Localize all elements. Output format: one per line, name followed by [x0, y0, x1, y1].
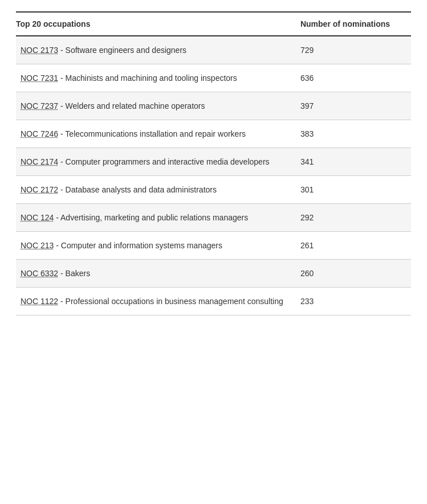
table-row: NOC 213 - Computer and information syste… — [16, 232, 411, 260]
table-row: NOC 124 - Advertising, marketing and pub… — [16, 204, 411, 232]
occupation-cell: NOC 6332 - Bakers — [16, 260, 300, 288]
nominations-cell: 383 — [300, 120, 411, 148]
col-occupation-header: Top 20 occupations — [16, 12, 300, 36]
nominations-cell: 292 — [300, 204, 411, 232]
nominations-cell: 260 — [300, 260, 411, 288]
table-container: Top 20 occupations Number of nominations… — [0, 0, 427, 327]
table-row: NOC 7246 - Telecommunications installati… — [16, 120, 411, 148]
nominations-cell: 301 — [300, 176, 411, 204]
table-row: NOC 6332 - Bakers260 — [16, 260, 411, 288]
noc-code-link[interactable]: NOC 1122 — [21, 297, 58, 306]
occupation-cell: NOC 124 - Advertising, marketing and pub… — [16, 204, 300, 232]
nominations-cell: 636 — [300, 64, 411, 92]
nominations-cell: 729 — [300, 36, 411, 64]
occupation-cell: NOC 7231 - Machinists and machining and … — [16, 64, 300, 92]
table-row: NOC 2172 - Database analysts and data ad… — [16, 176, 411, 204]
noc-code-link[interactable]: NOC 124 — [21, 213, 54, 222]
occupation-cell: NOC 7246 - Telecommunications installati… — [16, 120, 300, 148]
nominations-cell: 341 — [300, 148, 411, 176]
noc-code-link[interactable]: NOC 7237 — [21, 101, 58, 110]
noc-code-link[interactable]: NOC 7246 — [21, 129, 58, 138]
table-row: NOC 7237 - Welders and related machine o… — [16, 92, 411, 120]
table-row: NOC 2173 - Software engineers and design… — [16, 36, 411, 64]
table-row: NOC 7231 - Machinists and machining and … — [16, 64, 411, 92]
table-row: NOC 1122 - Professional occupations in b… — [16, 288, 411, 315]
table-row: NOC 2174 - Computer programmers and inte… — [16, 148, 411, 176]
occupation-cell: NOC 213 - Computer and information syste… — [16, 232, 300, 260]
noc-code-link[interactable]: NOC 2174 — [21, 157, 58, 166]
occupation-cell: NOC 2173 - Software engineers and design… — [16, 36, 300, 64]
col-nominations-header: Number of nominations — [300, 12, 411, 36]
nominations-cell: 233 — [300, 288, 411, 315]
occupations-table: Top 20 occupations Number of nominations… — [16, 11, 411, 315]
noc-code-link[interactable]: NOC 7231 — [21, 73, 58, 83]
noc-code-link[interactable]: NOC 6332 — [21, 269, 58, 278]
occupation-cell: NOC 2174 - Computer programmers and inte… — [16, 148, 300, 176]
occupation-cell: NOC 2172 - Database analysts and data ad… — [16, 176, 300, 204]
noc-code-link[interactable]: NOC 2172 — [21, 185, 58, 194]
noc-code-link[interactable]: NOC 213 — [21, 241, 54, 250]
occupation-cell: NOC 1122 - Professional occupations in b… — [16, 288, 300, 315]
nominations-cell: 397 — [300, 92, 411, 120]
table-header-row: Top 20 occupations Number of nominations — [16, 12, 411, 36]
nominations-cell: 261 — [300, 232, 411, 260]
occupation-cell: NOC 7237 - Welders and related machine o… — [16, 92, 300, 120]
noc-code-link[interactable]: NOC 2173 — [21, 46, 58, 55]
